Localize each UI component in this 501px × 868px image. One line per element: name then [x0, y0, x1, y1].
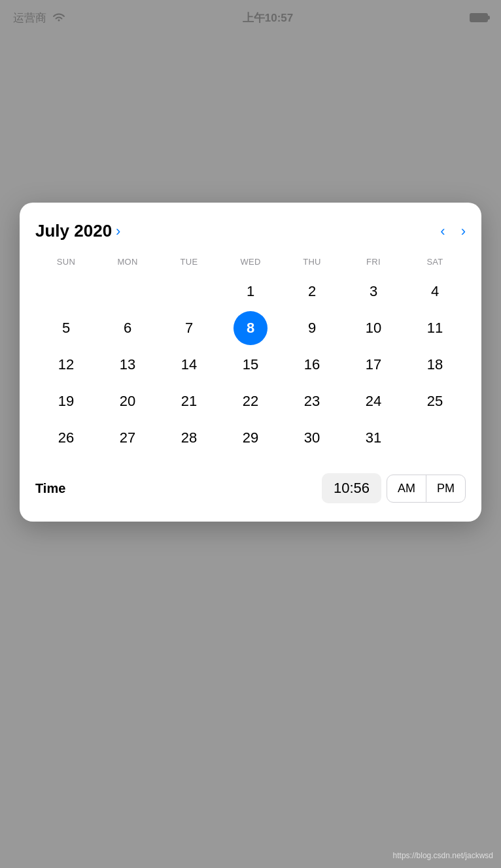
calendar-day-12[interactable]: 12	[35, 348, 97, 382]
day-headers: SUNMONTUEWEDTHUFRISAT	[35, 254, 466, 269]
calendar-day-24[interactable]: 24	[343, 384, 404, 418]
day-number-28[interactable]: 28	[181, 421, 197, 455]
day-number-5[interactable]: 5	[62, 311, 70, 345]
calendar-day-1[interactable]: 1	[220, 275, 281, 309]
day-number-2[interactable]: 2	[308, 275, 316, 309]
day-number-6[interactable]: 6	[124, 311, 131, 345]
day-number-12[interactable]: 12	[58, 348, 74, 382]
day-header-wed: WED	[220, 254, 281, 269]
day-number-20[interactable]: 20	[120, 384, 135, 418]
calendar-day-5[interactable]: 5	[35, 311, 97, 345]
calendar-day-6[interactable]: 6	[97, 311, 158, 345]
calendar-day-3[interactable]: 3	[343, 275, 404, 309]
time-controls: 10:56 AM PM	[322, 473, 466, 503]
calendar-day-empty	[404, 421, 466, 455]
calendar-modal: July 2020 › ‹ › SUNMONTUEWEDTHUFRISAT 12…	[20, 203, 481, 522]
calendar-day-9[interactable]: 9	[281, 311, 343, 345]
day-number-27[interactable]: 27	[120, 421, 135, 455]
calendar-day-15[interactable]: 15	[220, 348, 281, 382]
calendar-day-25[interactable]: 25	[404, 384, 466, 418]
calendar-day-13[interactable]: 13	[97, 348, 158, 382]
day-header-thu: THU	[281, 254, 343, 269]
time-row: Time 10:56 AM PM	[35, 468, 466, 503]
calendar-day-18[interactable]: 18	[404, 348, 466, 382]
day-header-fri: FRI	[343, 254, 404, 269]
day-header-sun: SUN	[35, 254, 97, 269]
day-number-15[interactable]: 15	[243, 348, 258, 382]
day-number-29[interactable]: 29	[243, 421, 258, 455]
day-number-13[interactable]: 13	[120, 348, 135, 382]
calendar-day-23[interactable]: 23	[281, 384, 343, 418]
month-title-text: July 2020	[35, 221, 112, 241]
calendar-day-29[interactable]: 29	[220, 421, 281, 455]
calendar-day-17[interactable]: 17	[343, 348, 404, 382]
calendar-day-14[interactable]: 14	[158, 348, 220, 382]
day-number-9[interactable]: 9	[308, 311, 316, 345]
calendar-day-11[interactable]: 11	[404, 311, 466, 345]
day-number-23[interactable]: 23	[304, 384, 320, 418]
calendar-day-8[interactable]: 8	[220, 311, 281, 345]
calendar-day-22[interactable]: 22	[220, 384, 281, 418]
time-display[interactable]: 10:56	[322, 473, 381, 503]
calendar-day-7[interactable]: 7	[158, 311, 220, 345]
month-title[interactable]: July 2020 ›	[35, 221, 120, 241]
day-number-4[interactable]: 4	[431, 275, 439, 309]
next-month-button[interactable]: ›	[461, 224, 466, 239]
calendar-day-19[interactable]: 19	[35, 384, 97, 418]
ampm-container: AM PM	[387, 475, 466, 503]
day-number-30[interactable]: 30	[304, 421, 320, 455]
month-header: July 2020 › ‹ ›	[35, 221, 466, 241]
day-number-17[interactable]: 17	[366, 348, 381, 382]
calendar-day-27[interactable]: 27	[97, 421, 158, 455]
calendar-day-4[interactable]: 4	[404, 275, 466, 309]
day-number-1[interactable]: 1	[247, 275, 254, 309]
day-number-14[interactable]: 14	[181, 348, 197, 382]
pm-button[interactable]: PM	[426, 475, 465, 502]
day-number-18[interactable]: 18	[427, 348, 443, 382]
day-header-sat: SAT	[404, 254, 466, 269]
day-number-24[interactable]: 24	[366, 384, 381, 418]
calendar-day-10[interactable]: 10	[343, 311, 404, 345]
day-number-21[interactable]: 21	[181, 384, 197, 418]
day-number-10[interactable]: 10	[366, 311, 381, 345]
prev-month-button[interactable]: ‹	[440, 224, 445, 239]
day-number-11[interactable]: 11	[427, 311, 443, 345]
calendar-day-16[interactable]: 16	[281, 348, 343, 382]
nav-buttons: ‹ ›	[440, 224, 466, 239]
calendar-day-20[interactable]: 20	[97, 384, 158, 418]
calendar-day-28[interactable]: 28	[158, 421, 220, 455]
calendar-day-empty	[35, 275, 97, 309]
day-number-16[interactable]: 16	[304, 348, 320, 382]
calendar-grid: 1234567891011121314151617181920212223242…	[35, 275, 466, 455]
month-chevron-icon: ›	[116, 223, 120, 240]
calendar-day-empty	[158, 275, 220, 309]
calendar-day-31[interactable]: 31	[343, 421, 404, 455]
calendar-day-30[interactable]: 30	[281, 421, 343, 455]
day-number-19[interactable]: 19	[58, 384, 74, 418]
day-number-7[interactable]: 7	[185, 311, 193, 345]
day-header-mon: MON	[97, 254, 158, 269]
am-button[interactable]: AM	[387, 475, 426, 502]
time-label: Time	[35, 481, 65, 496]
watermark: https://blog.csdn.net/jackwsd	[393, 851, 493, 860]
calendar-day-2[interactable]: 2	[281, 275, 343, 309]
day-number-8[interactable]: 8	[233, 311, 268, 345]
calendar-day-21[interactable]: 21	[158, 384, 220, 418]
day-number-3[interactable]: 3	[370, 275, 377, 309]
day-number-26[interactable]: 26	[58, 421, 74, 455]
day-number-31[interactable]: 31	[366, 421, 381, 455]
day-number-22[interactable]: 22	[243, 384, 258, 418]
calendar-day-empty	[97, 275, 158, 309]
day-header-tue: TUE	[158, 254, 220, 269]
calendar-day-26[interactable]: 26	[35, 421, 97, 455]
day-number-25[interactable]: 25	[427, 384, 443, 418]
